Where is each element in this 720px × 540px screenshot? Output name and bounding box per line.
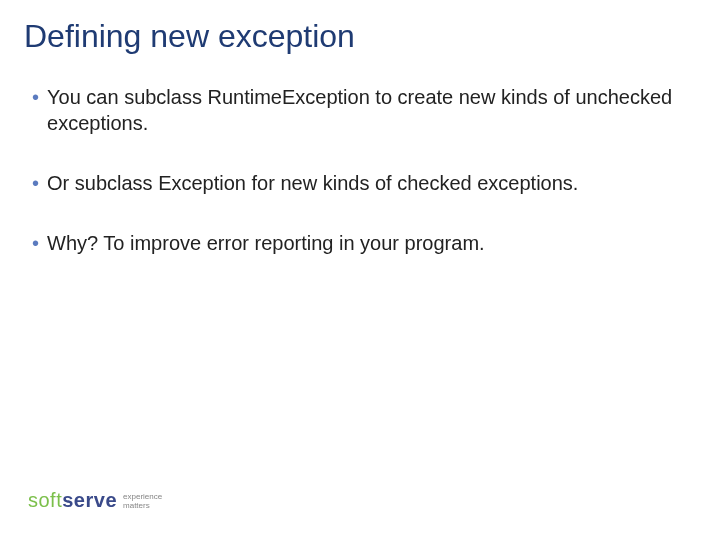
logo-tagline-line2: matters [123, 501, 150, 510]
logo-tagline: experience matters [123, 493, 162, 511]
bullet-marker-icon: • [32, 84, 39, 110]
logo-tagline-line1: experience [123, 492, 162, 501]
slide-content: • You can subclass RuntimeException to c… [32, 84, 688, 290]
bullet-marker-icon: • [32, 170, 39, 196]
bullet-text: You can subclass RuntimeException to cre… [47, 84, 688, 136]
logo-part-soft: soft [28, 489, 62, 511]
logo-text: softserve [28, 489, 117, 512]
slide-title: Defining new exception [24, 18, 355, 55]
bullet-item: • Or subclass Exception for new kinds of… [32, 170, 688, 196]
bullet-item: • Why? To improve error reporting in you… [32, 230, 688, 256]
bullet-marker-icon: • [32, 230, 39, 256]
bullet-item: • You can subclass RuntimeException to c… [32, 84, 688, 136]
logo: softserve experience matters [28, 489, 162, 512]
slide: Defining new exception • You can subclas… [0, 0, 720, 540]
logo-part-serve: serve [62, 489, 117, 511]
bullet-text: Or subclass Exception for new kinds of c… [47, 170, 688, 196]
bullet-text: Why? To improve error reporting in your … [47, 230, 688, 256]
